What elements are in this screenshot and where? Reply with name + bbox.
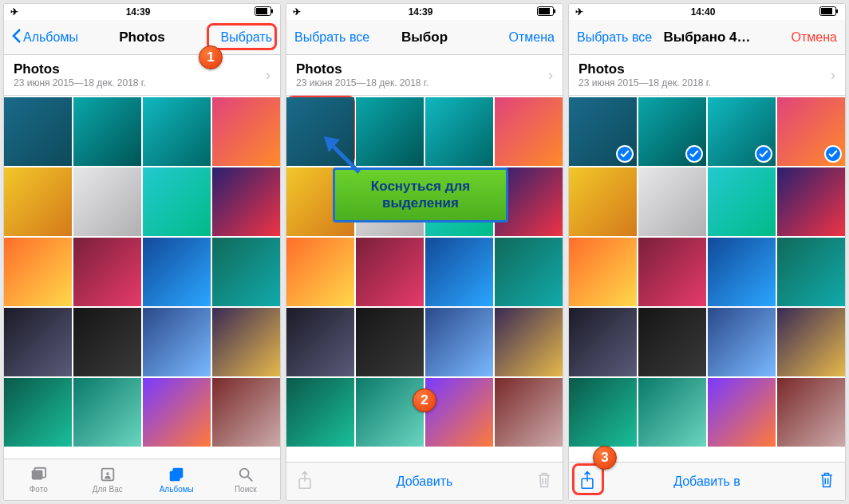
photo-thumbnail[interactable] [777, 97, 845, 166]
photo-thumbnail[interactable] [73, 167, 141, 236]
svg-point-8 [239, 469, 248, 478]
photo-thumbnail[interactable] [4, 238, 72, 306]
photo-thumbnail[interactable] [4, 308, 72, 376]
svg-rect-3 [32, 471, 43, 480]
tab-photos[interactable]: Фото [4, 459, 73, 500]
photo-thumbnail[interactable] [495, 97, 563, 166]
photo-thumbnail[interactable] [425, 378, 493, 447]
svg-rect-12 [554, 9, 555, 13]
photo-grid [569, 96, 845, 462]
photo-thumbnail[interactable] [425, 308, 493, 376]
select-all-button[interactable]: Выбрать все [577, 30, 652, 45]
photo-thumbnail[interactable] [777, 238, 845, 306]
photo-thumbnail[interactable] [638, 167, 706, 236]
photo-thumbnail[interactable] [286, 238, 354, 306]
photo-thumbnail[interactable] [212, 378, 280, 447]
section-header[interactable]: Photos 23 июня 2015—18 дек. 2018 г. › [286, 55, 563, 96]
photo-thumbnail[interactable] [708, 308, 776, 376]
photo-thumbnail[interactable] [143, 97, 211, 166]
photo-thumbnail[interactable] [73, 238, 141, 306]
tab-albums[interactable]: Альбомы [142, 459, 211, 500]
section-header[interactable]: Photos 23 июня 2015—18 дек. 2018 г. › [4, 55, 280, 96]
photo-thumbnail[interactable] [356, 308, 424, 376]
selected-check-icon [685, 145, 703, 163]
photo-thumbnail[interactable] [143, 167, 211, 236]
photo-thumbnail[interactable] [569, 378, 637, 447]
nav-title: Выбрано 4… [664, 30, 751, 45]
photo-thumbnail[interactable] [638, 97, 706, 166]
section-header[interactable]: Photos 23 июня 2015—18 дек. 2018 г. › [569, 55, 845, 96]
svg-rect-2 [271, 9, 273, 13]
select-button[interactable]: Выбрать [221, 30, 272, 45]
airplane-icon: ✈ [293, 6, 301, 18]
screen-1: ✈ 14:39 Альбомы Photos Выбрать Photos 23… [3, 3, 281, 501]
photo-thumbnail[interactable] [4, 97, 72, 166]
add-button[interactable]: Добавить [397, 474, 453, 489]
select-all-button[interactable]: Выбрать все [294, 30, 369, 45]
photo-thumbnail[interactable] [777, 378, 845, 447]
selected-check-icon [616, 145, 634, 163]
battery-icon [255, 6, 274, 18]
status-time: 14:39 [409, 6, 433, 18]
photo-thumbnail[interactable] [708, 238, 776, 306]
svg-rect-16 [836, 9, 838, 13]
status-time: 14:39 [126, 6, 151, 18]
photo-thumbnail[interactable] [212, 308, 280, 376]
tab-bar: Фото Для Вас Альбомы Поиск [4, 459, 280, 500]
battery-icon [537, 6, 556, 18]
photo-thumbnail[interactable] [143, 308, 211, 376]
screen-2: ✈ 14:39 Выбрать все Выбор Отмена Photos … [286, 3, 563, 501]
photo-thumbnail[interactable] [73, 378, 141, 447]
photo-thumbnail[interactable] [777, 167, 845, 236]
tab-for-you[interactable]: Для Вас [73, 459, 143, 500]
photo-thumbnail[interactable] [708, 378, 776, 447]
cancel-button[interactable]: Отмена [792, 30, 837, 45]
photo-thumbnail[interactable] [777, 308, 845, 376]
svg-rect-15 [821, 8, 832, 14]
photo-thumbnail[interactable] [4, 378, 72, 447]
photo-thumbnail[interactable] [638, 238, 706, 306]
photo-thumbnail[interactable] [708, 97, 776, 166]
photo-thumbnail[interactable] [73, 97, 141, 166]
photo-thumbnail[interactable] [495, 308, 563, 376]
status-time: 14:40 [691, 6, 716, 18]
photo-thumbnail[interactable] [638, 378, 706, 447]
photo-thumbnail[interactable] [286, 378, 354, 447]
photo-thumbnail[interactable] [143, 238, 211, 306]
svg-rect-11 [539, 8, 550, 14]
photo-thumbnail[interactable] [286, 308, 354, 376]
photo-thumbnail[interactable] [569, 308, 637, 376]
photo-thumbnail[interactable] [425, 238, 493, 306]
selected-check-icon [824, 145, 842, 163]
section-title: Photos [296, 61, 428, 77]
photo-thumbnail[interactable] [638, 308, 706, 376]
photo-thumbnail[interactable] [356, 238, 424, 306]
photo-grid [4, 96, 280, 459]
cancel-button[interactable]: Отмена [509, 30, 555, 45]
photo-thumbnail[interactable] [569, 238, 637, 306]
photo-thumbnail[interactable] [495, 378, 563, 447]
photo-thumbnail[interactable] [212, 167, 280, 236]
photo-thumbnail[interactable] [73, 308, 141, 376]
step-badge-2: 2 [413, 388, 436, 412]
toolbar: Добавить [286, 462, 563, 500]
photo-thumbnail[interactable] [569, 97, 637, 166]
share-button[interactable] [579, 471, 596, 493]
photo-thumbnail[interactable] [212, 238, 280, 306]
photo-thumbnail[interactable] [569, 167, 637, 236]
photo-thumbnail[interactable] [425, 97, 493, 166]
callout-tooltip: Коснуться для выделения [333, 167, 508, 222]
back-button[interactable]: Альбомы [12, 29, 78, 46]
tab-search[interactable]: Поиск [211, 459, 281, 500]
trash-button[interactable] [818, 471, 835, 493]
photo-thumbnail[interactable] [356, 378, 424, 447]
add-to-button[interactable]: Добавить в [673, 474, 740, 489]
step-badge-3: 3 [593, 446, 617, 470]
photo-thumbnail[interactable] [495, 238, 563, 306]
photo-thumbnail[interactable] [708, 167, 776, 236]
photo-thumbnail[interactable] [4, 167, 72, 236]
photo-thumbnail[interactable] [143, 378, 211, 447]
svg-rect-1 [256, 8, 267, 14]
chevron-right-icon: › [548, 67, 553, 84]
photo-thumbnail[interactable] [212, 97, 280, 166]
